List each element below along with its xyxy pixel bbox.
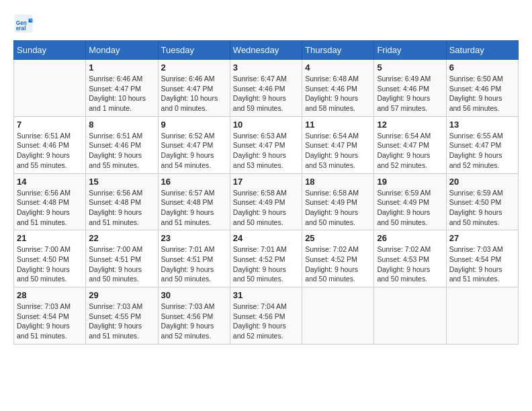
weekday-header-monday: Monday — [86, 41, 158, 60]
day-number: 5 — [377, 62, 443, 73]
day-number: 25 — [305, 233, 371, 243]
day-info: Sunrise: 7:02 AM Sunset: 4:52 PM Dayligh… — [305, 244, 371, 284]
day-number: 8 — [89, 120, 154, 130]
day-number: 12 — [377, 120, 443, 130]
calendar-cell: 7Sunrise: 6:51 AM Sunset: 4:46 PM Daylig… — [14, 116, 86, 173]
calendar-cell: 23Sunrise: 7:01 AM Sunset: 4:51 PM Dayli… — [158, 230, 230, 287]
calendar-cell: 12Sunrise: 6:54 AM Sunset: 4:47 PM Dayli… — [374, 116, 446, 173]
calendar-cell: 31Sunrise: 7:04 AM Sunset: 4:56 PM Dayli… — [230, 287, 302, 345]
weekday-header-thursday: Thursday — [302, 41, 374, 60]
weekday-header-friday: Friday — [374, 41, 446, 60]
week-row-4: 21Sunrise: 7:00 AM Sunset: 4:50 PM Dayli… — [14, 230, 519, 287]
page-header: Gen eral — [13, 13, 519, 34]
day-number: 10 — [233, 120, 299, 130]
day-number: 15 — [89, 177, 154, 187]
day-number: 14 — [17, 177, 83, 187]
day-number: 9 — [161, 120, 227, 130]
day-info: Sunrise: 7:04 AM Sunset: 4:56 PM Dayligh… — [233, 302, 299, 341]
calendar-cell: 28Sunrise: 7:03 AM Sunset: 4:54 PM Dayli… — [14, 287, 86, 345]
day-info: Sunrise: 7:01 AM Sunset: 4:51 PM Dayligh… — [161, 244, 227, 284]
day-number: 7 — [17, 120, 83, 130]
day-number: 31 — [233, 290, 299, 300]
calendar-cell: 3Sunrise: 6:47 AM Sunset: 4:46 PM Daylig… — [230, 60, 302, 117]
day-number: 24 — [233, 233, 299, 243]
day-info: Sunrise: 6:59 AM Sunset: 4:49 PM Dayligh… — [377, 188, 443, 228]
day-info: Sunrise: 6:57 AM Sunset: 4:48 PM Dayligh… — [161, 188, 227, 228]
calendar-cell: 22Sunrise: 7:00 AM Sunset: 4:51 PM Dayli… — [86, 230, 158, 287]
day-info: Sunrise: 6:49 AM Sunset: 4:46 PM Dayligh… — [377, 74, 443, 113]
calendar-cell — [374, 287, 446, 345]
weekday-header-tuesday: Tuesday — [158, 41, 230, 60]
day-number: 29 — [89, 290, 154, 300]
day-info: Sunrise: 7:03 AM Sunset: 4:54 PM Dayligh… — [17, 302, 83, 341]
day-info: Sunrise: 6:46 AM Sunset: 4:47 PM Dayligh… — [161, 74, 227, 113]
calendar-body: 1Sunrise: 6:46 AM Sunset: 4:47 PM Daylig… — [14, 60, 519, 345]
day-info: Sunrise: 6:48 AM Sunset: 4:46 PM Dayligh… — [305, 74, 371, 113]
day-info: Sunrise: 6:51 AM Sunset: 4:46 PM Dayligh… — [17, 131, 83, 171]
calendar-cell: 6Sunrise: 6:50 AM Sunset: 4:46 PM Daylig… — [446, 60, 518, 117]
week-row-1: 1Sunrise: 6:46 AM Sunset: 4:47 PM Daylig… — [14, 60, 519, 117]
calendar-cell: 9Sunrise: 6:52 AM Sunset: 4:47 PM Daylig… — [158, 116, 230, 173]
day-info: Sunrise: 6:51 AM Sunset: 4:46 PM Dayligh… — [89, 131, 154, 171]
day-number: 1 — [89, 62, 154, 73]
week-row-2: 7Sunrise: 6:51 AM Sunset: 4:46 PM Daylig… — [14, 116, 519, 173]
day-info: Sunrise: 6:54 AM Sunset: 4:47 PM Dayligh… — [377, 131, 443, 171]
day-info: Sunrise: 7:01 AM Sunset: 4:52 PM Dayligh… — [233, 244, 299, 284]
day-info: Sunrise: 7:03 AM Sunset: 4:56 PM Dayligh… — [161, 302, 227, 341]
calendar-cell: 1Sunrise: 6:46 AM Sunset: 4:47 PM Daylig… — [86, 60, 158, 117]
calendar-cell — [446, 287, 518, 345]
weekday-header-wednesday: Wednesday — [230, 41, 302, 60]
calendar-header: SundayMondayTuesdayWednesdayThursdayFrid… — [14, 41, 519, 60]
day-info: Sunrise: 7:03 AM Sunset: 4:55 PM Dayligh… — [89, 302, 154, 341]
day-number: 6 — [449, 62, 515, 73]
day-info: Sunrise: 7:02 AM Sunset: 4:53 PM Dayligh… — [377, 244, 443, 284]
day-number: 26 — [377, 233, 443, 243]
svg-text:eral: eral — [16, 26, 26, 32]
day-number: 21 — [17, 233, 83, 243]
day-number: 30 — [161, 290, 227, 300]
calendar-table: SundayMondayTuesdayWednesdayThursdayFrid… — [13, 40, 519, 345]
calendar-cell: 27Sunrise: 7:03 AM Sunset: 4:54 PM Dayli… — [446, 230, 518, 287]
day-number: 23 — [161, 233, 227, 243]
day-info: Sunrise: 6:47 AM Sunset: 4:46 PM Dayligh… — [233, 74, 299, 113]
day-info: Sunrise: 6:52 AM Sunset: 4:47 PM Dayligh… — [161, 131, 227, 171]
calendar-cell: 26Sunrise: 7:02 AM Sunset: 4:53 PM Dayli… — [374, 230, 446, 287]
day-number: 28 — [17, 290, 83, 300]
day-number: 18 — [305, 177, 371, 187]
week-row-5: 28Sunrise: 7:03 AM Sunset: 4:54 PM Dayli… — [14, 287, 519, 345]
day-info: Sunrise: 7:00 AM Sunset: 4:50 PM Dayligh… — [17, 244, 83, 284]
calendar-cell: 11Sunrise: 6:54 AM Sunset: 4:47 PM Dayli… — [302, 116, 374, 173]
day-info: Sunrise: 7:00 AM Sunset: 4:51 PM Dayligh… — [89, 244, 154, 284]
calendar-cell: 21Sunrise: 7:00 AM Sunset: 4:50 PM Dayli… — [14, 230, 86, 287]
calendar-cell: 30Sunrise: 7:03 AM Sunset: 4:56 PM Dayli… — [158, 287, 230, 345]
calendar-cell — [14, 60, 86, 117]
calendar-cell: 4Sunrise: 6:48 AM Sunset: 4:46 PM Daylig… — [302, 60, 374, 117]
day-info: Sunrise: 6:56 AM Sunset: 4:48 PM Dayligh… — [89, 188, 154, 228]
week-row-3: 14Sunrise: 6:56 AM Sunset: 4:48 PM Dayli… — [14, 173, 519, 230]
day-number: 22 — [89, 233, 154, 243]
calendar-cell: 25Sunrise: 7:02 AM Sunset: 4:52 PM Dayli… — [302, 230, 374, 287]
calendar-cell: 8Sunrise: 6:51 AM Sunset: 4:46 PM Daylig… — [86, 116, 158, 173]
day-info: Sunrise: 6:54 AM Sunset: 4:47 PM Dayligh… — [305, 131, 371, 171]
day-number: 20 — [449, 177, 515, 187]
weekday-header-saturday: Saturday — [446, 41, 518, 60]
calendar-cell: 24Sunrise: 7:01 AM Sunset: 4:52 PM Dayli… — [230, 230, 302, 287]
calendar-cell: 5Sunrise: 6:49 AM Sunset: 4:46 PM Daylig… — [374, 60, 446, 117]
day-number: 17 — [233, 177, 299, 187]
calendar-cell — [302, 287, 374, 345]
calendar-cell: 16Sunrise: 6:57 AM Sunset: 4:48 PM Dayli… — [158, 173, 230, 230]
day-number: 4 — [305, 62, 371, 73]
day-info: Sunrise: 6:59 AM Sunset: 4:50 PM Dayligh… — [449, 188, 515, 228]
calendar-cell: 10Sunrise: 6:53 AM Sunset: 4:47 PM Dayli… — [230, 116, 302, 173]
calendar-cell: 18Sunrise: 6:58 AM Sunset: 4:49 PM Dayli… — [302, 173, 374, 230]
day-info: Sunrise: 6:58 AM Sunset: 4:49 PM Dayligh… — [305, 188, 371, 228]
day-info: Sunrise: 6:55 AM Sunset: 4:47 PM Dayligh… — [449, 131, 515, 171]
calendar-cell: 14Sunrise: 6:56 AM Sunset: 4:48 PM Dayli… — [14, 173, 86, 230]
day-info: Sunrise: 6:56 AM Sunset: 4:48 PM Dayligh… — [17, 188, 83, 228]
calendar-cell: 17Sunrise: 6:58 AM Sunset: 4:49 PM Dayli… — [230, 173, 302, 230]
calendar-cell: 29Sunrise: 7:03 AM Sunset: 4:55 PM Dayli… — [86, 287, 158, 345]
day-info: Sunrise: 6:53 AM Sunset: 4:47 PM Dayligh… — [233, 131, 299, 171]
day-number: 2 — [161, 62, 227, 73]
logo: Gen eral — [13, 13, 36, 34]
day-number: 11 — [305, 120, 371, 130]
